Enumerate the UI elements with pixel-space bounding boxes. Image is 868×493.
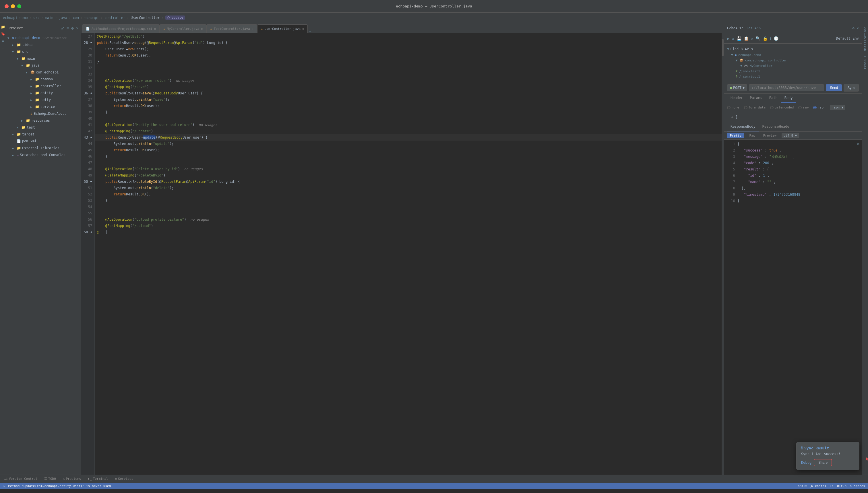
echoapi-tab[interactable]: EchoAPI	[862, 53, 868, 71]
tab-header[interactable]: Header	[727, 93, 746, 103]
bc-src[interactable]: src	[33, 16, 40, 20]
copy-icon[interactable]: 📋	[744, 36, 748, 41]
tab-expand-icon[interactable]: ⌄	[309, 29, 311, 33]
bc-method[interactable]: ⬡ update	[165, 16, 185, 20]
lock-icon[interactable]: 🔒	[763, 36, 767, 41]
option-none[interactable]: none	[727, 106, 739, 109]
tree-item-idea[interactable]: ▶ 📁 .idea	[6, 41, 81, 48]
body-editor[interactable]: 4 }	[724, 112, 862, 122]
tree-item-echoapidemoapp[interactable]: ☕ EchoApiDemoAp...	[6, 110, 81, 117]
tree-item-service[interactable]: ▶ 📁 service	[6, 103, 81, 110]
tab-body[interactable]: Body	[781, 93, 796, 103]
close-panel-icon[interactable]: ✕	[857, 26, 859, 30]
tree-item-controller[interactable]: ▶ 📁 controller	[6, 83, 81, 89]
history-icon[interactable]: 🕐	[774, 36, 779, 41]
minimize-button[interactable]	[11, 4, 15, 8]
debug-link[interactable]: Debug	[801, 460, 811, 465]
bc-com[interactable]: com	[72, 16, 79, 20]
tree-item-netty[interactable]: ▶ 📁 netty	[6, 97, 81, 103]
api-endpoint-1[interactable]: P /json/test1	[724, 69, 862, 74]
view-pretty[interactable]: Pretty	[727, 133, 744, 138]
close-sidebar-icon[interactable]: ✕	[76, 26, 78, 30]
tab-mycontroller[interactable]: ☕ MyController.java ✕	[160, 24, 206, 33]
tab-apifox[interactable]: 📄 ApifoxUploaderProjectSetting.xml ✕	[82, 24, 160, 33]
tab-path[interactable]: Path	[766, 93, 781, 103]
sync-button[interactable]: Sync	[844, 84, 859, 91]
bc-project[interactable]: echoapi-demo	[3, 16, 28, 20]
view-preview[interactable]: Preview	[760, 133, 779, 138]
bc-echoapi[interactable]: echoapi	[84, 16, 99, 20]
problems-tab[interactable]: ⚠ Problems	[62, 475, 82, 483]
bc-main[interactable]: main	[45, 16, 54, 20]
bc-usercontroller[interactable]: UserController	[131, 16, 160, 20]
send-button[interactable]: Send	[826, 84, 842, 91]
bookmark-icon[interactable]: 🔖	[0, 31, 6, 37]
api-controller-item[interactable]: ▼ 🎮 MyController	[724, 63, 862, 69]
option-raw[interactable]: raw	[798, 106, 809, 109]
copy-icon[interactable]: ⧉	[857, 141, 860, 147]
todo-tab[interactable]: ☰ TODO	[43, 475, 57, 483]
save-icon[interactable]: 💾	[737, 36, 741, 41]
tab-close-icon[interactable]: ✕	[302, 27, 304, 30]
tree-item-entity[interactable]: ▶ 📁 entity	[6, 89, 81, 97]
tree-item-external[interactable]: ▶ 📁 External Libraries	[6, 145, 81, 151]
tree-item-java[interactable]: ▼ 📁 java	[6, 62, 81, 69]
tree-item-main[interactable]: ▼ 📁 main	[6, 55, 81, 62]
editor-scrollbar[interactable]	[722, 33, 724, 475]
tab-close-icon[interactable]: ✕	[252, 27, 253, 30]
tree-item-test[interactable]: ▶ 📁 test	[6, 124, 81, 131]
option-formdata[interactable]: form-data	[744, 106, 766, 109]
coverage-icon[interactable]: ◫	[0, 45, 6, 50]
tree-item-common[interactable]: ▶ 📁 common	[6, 76, 81, 83]
close-button[interactable]	[5, 4, 8, 8]
method-selector[interactable]: POST ▼	[727, 84, 747, 91]
tree-item-scratches[interactable]: ▶ ✏ Scratches and Consoles	[6, 151, 81, 158]
tree-item-target[interactable]: ▼ 📁 target	[6, 131, 81, 138]
services-tab[interactable]: ⚙ Services	[114, 475, 135, 483]
terminal-tab[interactable]: ▶_ Terminal	[87, 475, 109, 483]
search-icon[interactable]: 🔍	[756, 36, 760, 41]
tab-params[interactable]: Params	[746, 93, 765, 103]
env-selector[interactable]: Default Env	[836, 37, 859, 40]
api-package-item[interactable]: ▼ 📦 com.echoapi.controller	[724, 58, 862, 63]
tree-item-com-echoapi[interactable]: ▼ 📦 com.echoapi	[6, 69, 81, 76]
tab-close-icon[interactable]: ✕	[154, 27, 156, 30]
tree-item-resources[interactable]: ▶ 📁 resources	[6, 117, 81, 124]
code-editor[interactable]: 27 28 ➜ 29 30 31 32 33 34 35 36 ➜ 37 38 …	[81, 33, 724, 475]
delete-icon[interactable]: ✕	[751, 36, 753, 41]
view-raw[interactable]: Raw	[746, 133, 758, 138]
api-project-item[interactable]: ▼ ◉ echoapi-demo	[724, 52, 862, 58]
refresh-icon[interactable]: ↺	[732, 36, 734, 41]
tab-responsebody[interactable]: ResponseBody	[727, 122, 759, 131]
tab-usercontroller[interactable]: ☕ UserController.java ✕	[257, 24, 308, 33]
maximize-button[interactable]	[17, 4, 21, 8]
window-controls[interactable]	[5, 4, 21, 8]
external-icon[interactable]: ⤢	[61, 26, 64, 30]
settings-icon[interactable]: ⚙	[71, 26, 73, 30]
tab-close-icon[interactable]: ✕	[201, 27, 203, 30]
project-icon[interactable]: 📁	[0, 24, 6, 30]
bc-controller[interactable]: controller	[105, 16, 125, 20]
tree-item-echoapidemo[interactable]: ▼ ◉ echoapi-demo ~/workSpace/ec	[6, 35, 81, 41]
tab-responseheader[interactable]: ResponseHeader	[759, 122, 795, 131]
api-endpoint-2[interactable]: P /json/test1	[724, 74, 862, 80]
structure-icon[interactable]: ≡	[0, 38, 6, 44]
encoding-select[interactable]: utf-8 ▼	[782, 133, 799, 138]
bc-java[interactable]: java	[59, 16, 67, 20]
option-urlencoded[interactable]: urlencoded	[770, 106, 793, 109]
json-type-select[interactable]: json ▼	[830, 105, 846, 110]
share-button[interactable]: Share	[814, 459, 832, 466]
tab-testcontroller[interactable]: ☕ TestController.java ✕	[206, 24, 257, 33]
settings-icon[interactable]: ⚙	[852, 26, 854, 30]
tree-item-src[interactable]: ▼ 📁 src	[6, 48, 81, 55]
url-input[interactable]: ://localhost:8083/dev/user/save	[749, 84, 824, 91]
tree-item-pom[interactable]: 📄 pom.xml	[6, 138, 81, 145]
scrollbar-thumb[interactable]	[722, 39, 724, 56]
option-json[interactable]: json	[813, 106, 826, 109]
code-content[interactable]: @GetMapping("/getById") public Result<Us…	[95, 33, 722, 475]
info-icon[interactable]: ℹ	[770, 36, 771, 41]
send-icon[interactable]: ▶	[727, 36, 729, 41]
notifications-tab[interactable]: Notifications	[862, 24, 868, 53]
version-control-tab[interactable]: ⎇ Version Control	[3, 475, 39, 483]
collapse-icon[interactable]: ≡	[67, 26, 69, 30]
